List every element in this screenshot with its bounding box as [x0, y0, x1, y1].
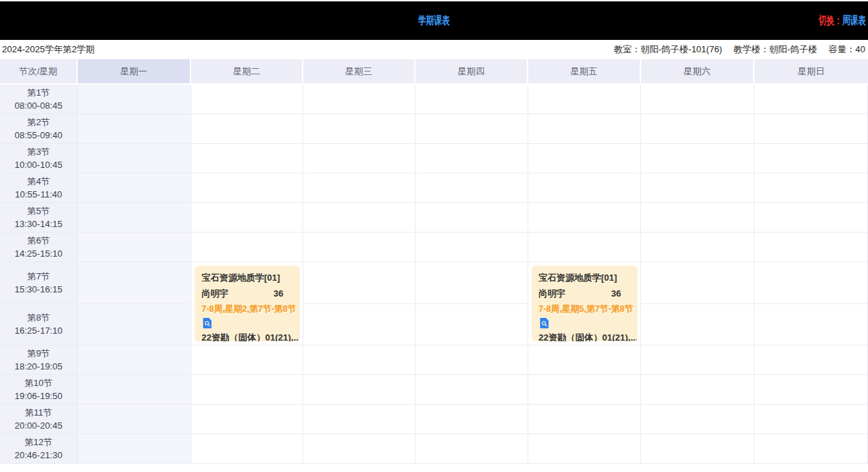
timetable-cell: [78, 203, 191, 233]
capacity-value: 40: [856, 44, 865, 54]
capacity-info: 容量：40: [829, 44, 865, 54]
timetable-cell: [191, 434, 303, 464]
timetable-cell: [528, 85, 641, 114]
period-row-4: 第4节 10:55-11:40: [0, 173, 868, 203]
timetable-cell: [641, 114, 755, 144]
semester-label: 2024-2025学年第2学期: [2, 43, 94, 56]
course-class-list: 22资勘（固体）01(21),...: [202, 330, 293, 341]
timetable-cell: [528, 144, 641, 173]
timetable-cell: [78, 144, 191, 173]
period-row-7: 第7节 15:30-16:15 宝石资源地质学[01] 尚明宇 36 7-8周,…: [0, 262, 868, 304]
building-value: 朝阳-鸽子楼: [770, 44, 817, 54]
day-header-monday: 星期一: [78, 59, 191, 85]
timetable-cell: [78, 405, 191, 434]
timetable-cell: [641, 434, 755, 464]
course-card-tuesday[interactable]: 宝石资源地质学[01] 尚明宇 36 7-8周,星期2,第7节-第8节 22资勘…: [195, 266, 300, 341]
period-time: 16:25-17:10: [0, 324, 77, 337]
timetable-cell: [415, 85, 528, 114]
timetable-cell: [415, 233, 528, 262]
timetable-cell: [191, 173, 303, 203]
timetable-cell: [191, 405, 303, 434]
timetable-cell: [528, 173, 641, 203]
timetable-cell: [303, 262, 415, 304]
timetable-cell: [191, 203, 303, 233]
timetable-cell: [191, 85, 303, 114]
timetable-cell: [528, 405, 641, 434]
timetable-cell: [755, 304, 868, 346]
timetable-cell: [755, 233, 868, 262]
timetable-cell: [641, 262, 755, 304]
timetable-cell: [641, 173, 755, 203]
file-search-icon[interactable]: [202, 317, 293, 330]
period-header-3: 第3节 10:00-10:45: [0, 144, 78, 173]
timetable-cell: [641, 233, 755, 262]
period-header-1: 第1节 08:00-08:45: [0, 85, 78, 114]
timetable-cell: [641, 144, 755, 173]
period-name: 第5节: [0, 204, 77, 217]
period-name: 第1节: [0, 86, 77, 99]
period-header-7: 第7节 15:30-16:15: [0, 262, 78, 304]
timetable: 节次/星期 星期一 星期二 星期三 星期四 星期五 星期六 星期日 第1节 08…: [0, 59, 868, 464]
course-card-friday[interactable]: 宝石资源地质学[01] 尚明宇 36 7-8周,星期5,第7节-第8节 22资勘…: [532, 266, 638, 341]
day-header-thursday: 星期四: [415, 59, 528, 85]
period-header-5: 第5节 13:30-14:15: [0, 203, 78, 233]
file-search-icon[interactable]: [539, 317, 631, 330]
capacity-label: 容量：: [829, 44, 856, 54]
timetable-cell: [641, 203, 755, 233]
timetable-cell: [528, 345, 641, 375]
top-bar: 学期课表 切换：周课表: [0, 1, 868, 40]
timetable-cell: [755, 85, 868, 114]
timetable-cell: [641, 304, 755, 346]
course-student-count: 36: [274, 285, 283, 302]
timetable-cell: [191, 345, 303, 375]
timetable-cell: [528, 434, 641, 464]
period-name: 第10节: [0, 376, 77, 389]
corner-header: 节次/星期: [0, 59, 78, 85]
timetable-cell: [641, 375, 755, 405]
timetable-cell: [303, 375, 415, 405]
timetable-cell: [528, 233, 641, 262]
room-info: 教室：朝阳-鸽子楼-101(76) 教学楼：朝阳-鸽子楼 容量：40: [605, 43, 865, 56]
timetable-cell: [303, 203, 415, 233]
timetable-cell: [303, 434, 415, 464]
timetable-cell: [641, 405, 755, 434]
timetable-cell-course: 宝石资源地质学[01] 尚明宇 36 7-8周,星期2,第7节-第8节 22资勘…: [191, 262, 303, 345]
timetable-cell: [755, 405, 868, 434]
course-title: 宝石资源地质学[01]: [539, 270, 631, 285]
day-header-sunday: 星期日: [755, 59, 868, 85]
period-row-9: 第9节 18:20-19:05: [0, 345, 868, 375]
period-time: 15:30-16:15: [0, 283, 77, 296]
timetable-cell: [78, 304, 191, 346]
timetable-cell: [415, 114, 528, 144]
timetable-cell: [191, 233, 303, 262]
course-schedule: 7-8周,星期5,第7节-第8节: [539, 302, 631, 316]
timetable-cell: [191, 144, 303, 173]
period-name: 第8节: [0, 311, 77, 324]
timetable-cell: [78, 114, 191, 144]
switch-label: 切换：: [818, 14, 843, 26]
period-name: 第9节: [0, 347, 77, 360]
timetable-cell: [415, 203, 528, 233]
timetable-cell: [303, 345, 415, 375]
period-time: 20:46-21:30: [0, 449, 77, 462]
day-header-row: 节次/星期 星期一 星期二 星期三 星期四 星期五 星期六 星期日: [0, 59, 868, 85]
timetable-cell: [528, 375, 641, 405]
timetable-cell-course: 宝石资源地质学[01] 尚明宇 36 7-8周,星期5,第7节-第8节 22资勘…: [528, 262, 641, 345]
period-header-6: 第6节 14:25-15:10: [0, 233, 78, 262]
period-header-4: 第4节 10:55-11:40: [0, 173, 78, 203]
period-header-8: 第8节 16:25-17:10: [0, 304, 78, 346]
timetable-cell: [528, 203, 641, 233]
timetable-cell: [415, 345, 528, 375]
period-time: 08:00-08:45: [0, 99, 77, 112]
period-row-1: 第1节 08:00-08:45: [0, 85, 868, 114]
period-name: 第11节: [0, 406, 77, 419]
timetable-cell: [415, 304, 528, 346]
timetable-cell: [415, 434, 528, 464]
period-time: 10:00-10:45: [0, 158, 77, 171]
period-time: 18:20-19:05: [0, 360, 77, 373]
day-header-friday: 星期五: [528, 59, 641, 85]
timetable-cell: [755, 173, 868, 203]
timetable-cell: [641, 85, 755, 114]
timetable-cell: [415, 375, 528, 405]
switch-to-week-view-link[interactable]: 周课表: [842, 14, 866, 26]
